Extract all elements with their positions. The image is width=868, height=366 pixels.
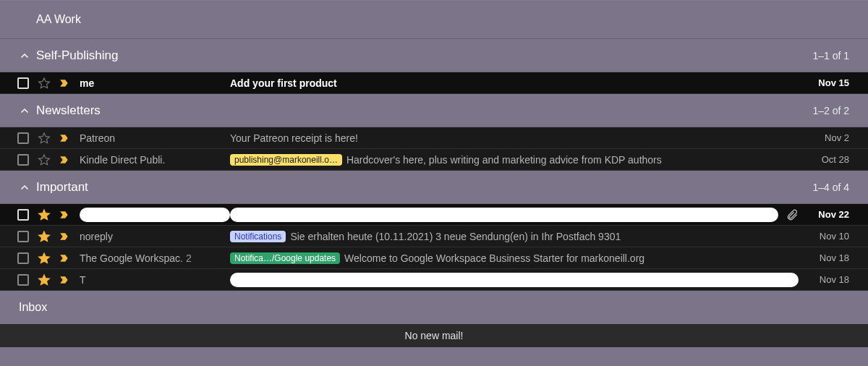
email-row[interactable]: T Nov 18 [0, 269, 868, 291]
subject-area: Notifica…/Google updatesWelcome to Googl… [230, 252, 799, 264]
inbox-empty-message: No new mail! [0, 324, 868, 347]
section-title: Important [36, 180, 812, 195]
sender: Patreon [80, 132, 230, 144]
section-header[interactable]: Newsletters 1–2 of 2 [0, 94, 868, 127]
email-row[interactable]: The Google Workspac.2 Notifica…/Google u… [0, 247, 868, 269]
subject: Welcome to Google Workspace Business Sta… [344, 252, 644, 264]
subject: Add your first product [230, 77, 337, 89]
subject: Hardcover's here, plus writing and marke… [346, 154, 662, 166]
star-icon[interactable] [38, 273, 51, 286]
inbox-label: Inbox [19, 301, 47, 314]
label-tag[interactable]: Notifications [230, 231, 286, 242]
select-checkbox[interactable] [17, 209, 29, 221]
date: Nov 18 [806, 252, 849, 263]
inbox-section-header[interactable]: Inbox [0, 291, 868, 324]
sender: The Google Workspac.2 [80, 252, 230, 264]
important-marker-icon[interactable] [58, 155, 71, 165]
chevron-up-icon[interactable] [19, 105, 30, 116]
star-toggle[interactable] [38, 77, 51, 90]
important-marker[interactable] [58, 77, 71, 90]
important-marker-icon[interactable] [58, 133, 71, 143]
date: Nov 2 [806, 132, 849, 143]
important-marker-icon[interactable] [58, 210, 71, 220]
attachment-icon [786, 208, 799, 221]
star-icon[interactable] [38, 153, 51, 166]
select-checkbox[interactable] [17, 77, 29, 89]
subject-area: NotificationsSie erhalten heute (10.11.2… [230, 231, 799, 242]
email-row[interactable]: Kindle Direct Publi. publishing@markonei… [0, 149, 868, 171]
section-title: Newsletters [36, 103, 812, 118]
star-icon[interactable] [38, 208, 51, 221]
subject: Sie erhalten heute (10.11.2021) 3 neue S… [290, 231, 621, 242]
email-row[interactable]: Patreon Your Patreon receipt is here! No… [0, 127, 868, 149]
important-marker[interactable] [58, 153, 71, 166]
subject-area [230, 208, 778, 222]
important-marker-icon[interactable] [58, 231, 71, 242]
redacted-sender [80, 208, 230, 222]
section-header[interactable]: Self-Publishing 1–1 of 1 [0, 39, 868, 72]
star-icon[interactable] [38, 252, 51, 265]
date: Nov 10 [806, 231, 849, 242]
select-checkbox[interactable] [17, 252, 29, 264]
subject-area [230, 273, 799, 287]
sender: me [80, 77, 230, 89]
sender: T [80, 274, 230, 286]
section-count: 1–2 of 2 [812, 105, 849, 116]
section-header[interactable]: Important 1–4 of 4 [0, 171, 868, 204]
important-marker[interactable] [58, 230, 71, 243]
sender: noreply [80, 231, 230, 242]
subject: Your Patreon receipt is here! [230, 132, 358, 144]
section-count: 1–4 of 4 [812, 182, 849, 193]
section-count: 1–1 of 1 [812, 50, 849, 61]
select-checkbox[interactable] [17, 274, 29, 286]
date: Nov 18 [806, 274, 849, 285]
star-toggle[interactable] [38, 230, 51, 243]
important-marker-icon[interactable] [58, 275, 71, 285]
subject-area: publishing@markoneill.o…Hardcover's here… [230, 154, 799, 166]
star-toggle[interactable] [38, 132, 51, 145]
select-checkbox[interactable] [17, 231, 29, 242]
important-marker-icon[interactable] [58, 253, 71, 263]
star-toggle[interactable] [38, 252, 51, 265]
select-checkbox[interactable] [17, 154, 29, 166]
chevron-up-icon[interactable] [19, 50, 30, 61]
select-checkbox[interactable] [17, 132, 29, 144]
redacted-subject [230, 273, 799, 287]
star-icon[interactable] [38, 132, 51, 145]
star-icon[interactable] [38, 77, 51, 90]
date: Nov 15 [806, 77, 849, 88]
important-marker[interactable] [58, 132, 71, 145]
subject-area: Your Patreon receipt is here! [230, 132, 799, 144]
label-tag[interactable]: publishing@markoneill.o… [230, 154, 342, 166]
date: Nov 22 [806, 209, 849, 220]
email-row[interactable]: me Add your first product Nov 15 [0, 72, 868, 94]
email-row[interactable]: Nov 22 [0, 204, 868, 226]
star-toggle[interactable] [38, 208, 51, 221]
subject-area: Add your first product [230, 77, 799, 89]
important-marker[interactable] [58, 273, 71, 286]
sender: Kindle Direct Publi. [80, 154, 230, 166]
important-marker[interactable] [58, 208, 71, 221]
date: Oct 28 [806, 154, 849, 165]
star-icon[interactable] [38, 230, 51, 243]
page-title: AA Work [36, 13, 81, 26]
important-marker-icon[interactable] [58, 78, 71, 88]
redacted-subject [230, 208, 778, 222]
section-title: Self-Publishing [36, 48, 812, 63]
star-toggle[interactable] [38, 273, 51, 286]
star-toggle[interactable] [38, 153, 51, 166]
header-bar: AA Work [0, 0, 868, 39]
chevron-up-icon[interactable] [19, 182, 30, 193]
label-tag[interactable]: Notifica…/Google updates [230, 252, 340, 264]
email-row[interactable]: noreply NotificationsSie erhalten heute … [0, 226, 868, 247]
important-marker[interactable] [58, 252, 71, 265]
